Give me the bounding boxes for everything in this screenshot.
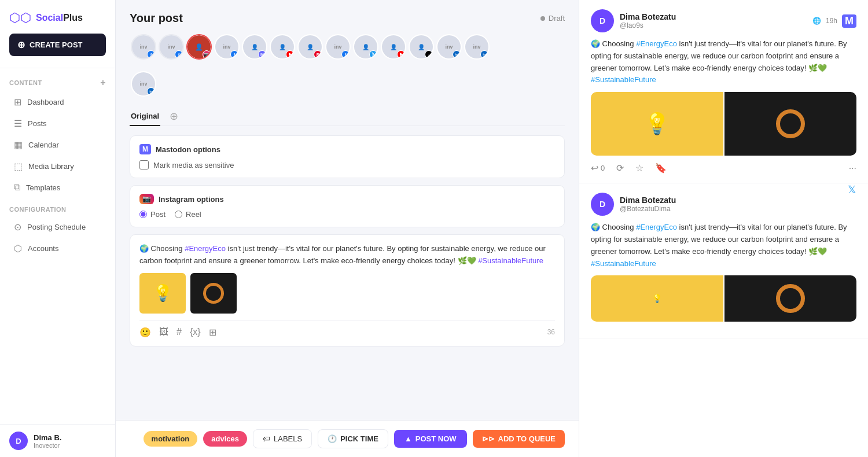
post-title: Your post: [130, 12, 183, 25]
acc-linkedin-3[interactable]: inv in: [131, 71, 156, 97]
main-content: Your post Draft inv f inv f: [116, 0, 579, 420]
add-content-icon[interactable]: +: [100, 78, 106, 88]
acc-mastodon[interactable]: 👤 M: [242, 34, 267, 60]
acc-linkedin-2[interactable]: inv in: [464, 34, 490, 60]
post-radio-label: Post: [150, 210, 165, 219]
sidebar-item-label: Dashboard: [27, 98, 64, 106]
sidebar-item-label: Accounts: [28, 244, 58, 253]
user-company: Inovector: [34, 442, 61, 449]
acc-tiktok[interactable]: 👤 ♪: [409, 34, 434, 60]
tab-original[interactable]: Original: [130, 107, 160, 126]
char-count: 36: [547, 328, 555, 336]
labels-label: LABELS: [274, 434, 302, 443]
mastodon-preview-actions: ↩ 0 ⟳ ☆ 🔖 ···: [591, 163, 856, 174]
acc-youtube-2[interactable]: 👤 ▶: [381, 34, 406, 60]
acc-youtube[interactable]: 👤 ▶: [270, 34, 295, 60]
post-text-body[interactable]: 🌍 Choosing #EnergyEco isn't just trendy—…: [139, 243, 555, 267]
twitter-preview-user-info: Dima Botezatu @BotezatuDima: [620, 196, 676, 213]
preview-img-bulb: 💡: [591, 92, 723, 156]
acc-facebook-4[interactable]: inv f: [325, 34, 351, 60]
create-post-button[interactable]: ⊕ CREATE POST: [9, 34, 106, 56]
pick-time-button[interactable]: 🕐 PICK TIME: [318, 429, 388, 448]
content-section-label: Content +: [0, 71, 115, 91]
post-radio-input[interactable]: [139, 211, 147, 218]
labels-icon: 🏷: [263, 434, 270, 443]
mastodon-sensitive-label: Mark media as sensitive: [153, 161, 234, 169]
twitter-bulb-icon: 💡: [652, 294, 662, 303]
mastodon-preview-body: 🌍 Choosing #EnergyEco isn't just trendy—…: [591, 38, 856, 86]
sidebar-item-templates[interactable]: ⧉ Templates: [5, 177, 111, 198]
thumbnail-bulb[interactable]: 💡: [139, 273, 186, 314]
bulb-icon: 💡: [644, 112, 670, 136]
labels-button[interactable]: 🏷 LABELS: [253, 429, 312, 448]
star-action[interactable]: ☆: [635, 163, 643, 174]
globe-icon: 🌐: [812, 17, 821, 25]
sidebar-item-media-library[interactable]: ⬚ Media Library: [5, 156, 111, 177]
sidebar-item-posting-schedule[interactable]: ⊙ Posting Schedule: [5, 216, 111, 238]
grid-icon[interactable]: ⊞: [209, 327, 216, 338]
instagram-post-radio[interactable]: Post: [139, 210, 165, 219]
tab-add-button[interactable]: ⊕: [170, 110, 178, 123]
hashtag-energy-eco-2: #EnergyEco: [636, 223, 677, 231]
twitter-preview-img-bulb: 💡: [591, 275, 723, 322]
acc-twitter[interactable]: 👤 𝕏: [353, 34, 378, 60]
triangle-icon: ▲: [404, 434, 412, 443]
repost-action[interactable]: ⟳: [616, 163, 624, 174]
instagram-reel-radio[interactable]: Reel: [175, 210, 201, 219]
sidebar: ⬡⬡ SocialPlus ⊕ CREATE POST Content + ⊞ …: [0, 0, 116, 457]
thumbnail-ring[interactable]: [190, 273, 237, 314]
twitter-preview-name: Dima Botezatu: [620, 196, 676, 205]
mastodon-preview-images: 💡: [591, 92, 856, 156]
twitter-preview-header: D Dima Botezatu @BotezatuDima: [591, 193, 856, 216]
acc-facebook-1[interactable]: inv f: [131, 34, 156, 60]
post-now-button[interactable]: ▲ POST NOW: [394, 430, 467, 448]
mastodon-preview-avatar: D: [591, 9, 614, 32]
acc-pinterest[interactable]: 👤 P: [297, 34, 323, 60]
sidebar-item-accounts[interactable]: ⬡ Accounts: [5, 238, 111, 259]
tag-motivation[interactable]: motivation: [144, 431, 198, 447]
twitter-preview-img-ring: [724, 275, 857, 322]
twitter-preview-images: 💡: [591, 275, 856, 322]
mastodon-sensitive-checkbox[interactable]: [139, 160, 149, 169]
mastodon-preview-name: Dima Botezatu: [620, 12, 676, 21]
bookmark-action[interactable]: 🔖: [655, 163, 667, 174]
variable-icon[interactable]: {x}: [190, 327, 201, 338]
acc-facebook-2[interactable]: inv f: [159, 34, 184, 60]
main-panel: Your post Draft inv f inv f: [116, 0, 579, 457]
add-to-queue-button[interactable]: ⊳⊳ ADD TO QUEUE: [473, 430, 565, 448]
tag-advices[interactable]: advices: [203, 431, 247, 447]
twitter-preview-avatar: D: [591, 193, 614, 216]
dashboard-icon: ⊞: [14, 97, 21, 108]
post-header: Your post Draft: [130, 12, 565, 25]
sidebar-item-dashboard[interactable]: ⊞ Dashboard: [5, 91, 111, 113]
media-library-icon: ⬚: [14, 161, 23, 172]
reel-radio-input[interactable]: [175, 211, 182, 218]
posts-icon: ☰: [14, 118, 22, 129]
hashtag-sustainable-future-2: #SustainableFuture: [591, 259, 656, 268]
mastodon-preview-header: D Dima Botezatu @lao9s 🌐 19h M: [591, 9, 856, 32]
acc-linkedin-1[interactable]: inv in: [436, 34, 462, 60]
right-panel: D Dima Botezatu @lao9s 🌐 19h M 🌍 Choosin…: [579, 0, 868, 457]
image-icon[interactable]: 🖼: [159, 327, 168, 338]
bottom-bar: motivation advices 🏷 LABELS 🕐 PICK TIME …: [116, 420, 579, 457]
acc-instagram[interactable]: 👤 📷: [186, 34, 212, 60]
toolbar-icons: 🙂 🖼 # {x} ⊞: [139, 327, 216, 338]
hashtag-icon[interactable]: #: [176, 327, 182, 338]
instagram-options-header: 📷 Instagram options: [139, 194, 555, 204]
reply-action[interactable]: ↩ 0: [591, 163, 605, 174]
ring-shape-preview: [776, 109, 805, 138]
queue-icon: ⊳⊳: [482, 434, 495, 443]
sidebar-item-posts[interactable]: ☰ Posts: [5, 113, 111, 134]
sidebar-item-calendar[interactable]: ▦ Calendar: [5, 134, 111, 156]
mastodon-preview-time: 19h: [826, 17, 837, 25]
accounts-icon: ⬡: [14, 243, 22, 254]
post-toolbar: 🙂 🖼 # {x} ⊞ 36: [139, 320, 555, 338]
add-queue-label: ADD TO QUEUE: [498, 434, 556, 443]
post-tabs: Original ⊕: [130, 107, 565, 126]
more-action[interactable]: ···: [849, 163, 856, 174]
ring-shape: [203, 283, 224, 304]
bookmark-icon: 🔖: [655, 163, 667, 174]
preview-img-ring: [724, 92, 857, 156]
emoji-icon[interactable]: 🙂: [139, 327, 151, 338]
acc-facebook-3[interactable]: inv f: [214, 34, 240, 60]
